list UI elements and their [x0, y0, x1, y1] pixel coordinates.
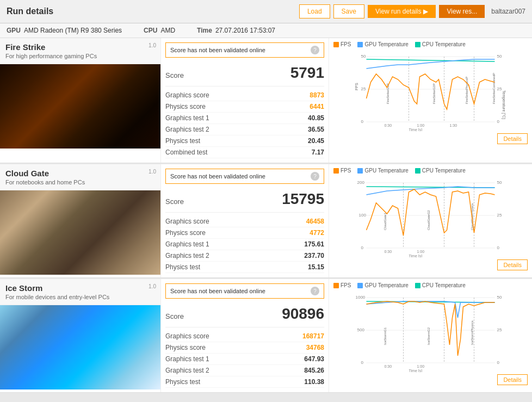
fps-label: FPS — [341, 282, 351, 288]
bench-version: 1.0 — [149, 283, 156, 289]
bench-title-area: Cloud Gate 1.0 For notebooks and home PC… — [0, 164, 160, 190]
svg-text:Temperature [°C]: Temperature [°C] — [502, 90, 506, 119]
score-value: 90896 — [282, 305, 324, 323]
validation-text: Score has not been validated online — [170, 288, 265, 294]
chart-details-area: Details — [333, 131, 528, 144]
chart-legend: FPS GPU Temperature CPU Temperature — [333, 168, 528, 174]
time-info: Time 27.07.2016 17:53:07 — [197, 27, 275, 34]
bench-version: 1.0 — [149, 169, 156, 175]
fps-color — [333, 283, 339, 288]
details-button[interactable]: Details — [497, 374, 528, 385]
svg-text:0: 0 — [361, 245, 364, 250]
fps-color — [333, 168, 339, 174]
chart-details-area: Details — [333, 257, 528, 270]
svg-text:CloudGate1: CloudGate1 — [383, 212, 387, 230]
cpu-temp-color — [415, 168, 420, 174]
metric-row: Graphics test 2 845.26 — [165, 365, 324, 376]
svg-text:50: 50 — [497, 180, 502, 185]
cpu-info: CPU AMD — [144, 27, 175, 34]
svg-text:IceStormPhysics: IceStormPhysics — [471, 320, 474, 345]
svg-text:50: 50 — [497, 54, 502, 59]
metric-value: 237.70 — [304, 252, 324, 259]
metric-label: Combined test — [165, 149, 207, 156]
metric-row: Physics test 20.45 — [165, 135, 324, 147]
svg-text:50: 50 — [497, 295, 502, 300]
metric-label: Physics score — [165, 103, 206, 110]
score-row: Score 5791 — [165, 62, 324, 86]
gpu-temp-color — [357, 283, 363, 288]
gpu-temp-color — [357, 42, 363, 47]
page-title: Run details — [7, 7, 53, 16]
help-icon[interactable]: ? — [311, 172, 319, 181]
gpu-temp-label: GPU Temperature — [364, 168, 408, 174]
metric-label: Graphics test 2 — [165, 126, 209, 133]
benchmark-left: Ice Storm 1.0 For mobile devices and ent… — [0, 279, 160, 392]
svg-text:0: 0 — [497, 245, 500, 250]
chart-area: 200 100 0 50 25 0 CloudGate1 CloudGateG2… — [333, 176, 528, 257]
validation-bar: Score has not been validated online ? — [165, 169, 324, 184]
metric-label: Physics score — [165, 344, 206, 351]
gpu-info: GPU AMD Radeon (TM) R9 380 Series — [7, 27, 122, 34]
metric-label: Physics test — [165, 378, 200, 386]
metric-label: Graphics test 1 — [165, 355, 209, 363]
username-label: baltazar007 — [491, 8, 525, 15]
metric-row: Graphics test 2 237.70 — [165, 250, 324, 262]
svg-text:25: 25 — [497, 86, 502, 91]
metric-value: 110.38 — [304, 378, 324, 386]
details-button[interactable]: Details — [497, 133, 528, 144]
metric-label: Physics score — [165, 229, 206, 237]
metric-value: 168717 — [302, 332, 324, 340]
svg-text:IceStormG1: IceStormG1 — [383, 327, 387, 345]
load-button[interactable]: Load — [299, 4, 330, 18]
benchmark-right: FPS GPU Temperature CPU Temperature 200 … — [329, 164, 532, 277]
svg-text:FireStrikePhysicsP: FireStrikePhysicsP — [465, 77, 468, 104]
bench-name: Cloud Gate — [5, 169, 49, 178]
view-results-button[interactable]: View res... — [439, 5, 485, 18]
metric-value: 34768 — [306, 344, 324, 351]
cloud-gate-chart: 200 100 0 50 25 0 CloudGate1 CloudGateG2… — [333, 176, 528, 257]
bench-version: 1.0 — [149, 42, 156, 48]
validation-text: Score has not been validated online — [170, 173, 265, 180]
help-icon[interactable]: ? — [311, 287, 319, 295]
bench-image — [0, 190, 160, 275]
svg-text:200: 200 — [357, 180, 365, 185]
score-label: Score — [165, 197, 184, 206]
metric-value: 46458 — [306, 218, 324, 225]
save-button[interactable]: Save — [333, 4, 364, 18]
svg-text:50: 50 — [361, 54, 366, 59]
svg-text:500: 500 — [357, 327, 365, 332]
view-run-details-button[interactable]: View run details ▶ — [368, 5, 436, 18]
metric-value: 15.15 — [308, 263, 324, 271]
bench-title-area: Ice Storm 1.0 For mobile devices and ent… — [0, 279, 160, 305]
cpu-temp-legend: CPU Temperature — [415, 282, 466, 288]
fps-label: FPS — [341, 41, 351, 47]
gpu-temp-legend: GPU Temperature — [357, 168, 408, 174]
details-button[interactable]: Details — [497, 259, 528, 270]
svg-text:1:00: 1:00 — [417, 364, 425, 368]
benchmark-row: Cloud Gate 1.0 For notebooks and home PC… — [0, 164, 532, 278]
svg-text:25: 25 — [497, 327, 502, 332]
fire-strike-chart: 50 25 0 50 25 0 FPS Temperature [°C] Fir… — [333, 50, 528, 131]
metric-label: Graphics test 2 — [165, 252, 209, 259]
header-actions: Load Save View run details ▶ View res...… — [299, 4, 525, 18]
bench-name: Ice Storm — [5, 283, 42, 293]
metric-row: Physics score 34768 — [165, 342, 324, 354]
cpu-temp-label: CPU Temperature — [422, 282, 466, 288]
metric-value: 4772 — [310, 229, 324, 237]
svg-text:CloudGateG2: CloudGateG2 — [427, 210, 430, 230]
metric-label: Graphics test 1 — [165, 114, 209, 122]
benchmark-row: Ice Storm 1.0 For mobile devices and ent… — [0, 279, 532, 393]
chart-area: 1000 500 0 50 25 0 IceStormG1 IceStormG2… — [333, 290, 528, 372]
help-icon[interactable]: ? — [311, 46, 319, 54]
validation-text: Score has not been validated online — [170, 47, 265, 53]
info-bar: GPU AMD Radeon (TM) R9 380 Series CPU AM… — [0, 23, 532, 38]
svg-text:0:30: 0:30 — [385, 123, 392, 127]
bench-subtitle: For mobile devices and entry-level PCs — [5, 294, 155, 300]
cpu-temp-legend: CPU Temperature — [415, 168, 466, 174]
bench-name: Fire Strike — [5, 42, 45, 52]
validation-bar: Score has not been validated online ? — [165, 42, 324, 58]
metric-row: Graphics test 1 175.61 — [165, 239, 324, 250]
svg-text:FireStrikeG2P: FireStrikeG2P — [432, 83, 436, 104]
svg-text:0: 0 — [497, 360, 500, 365]
metric-label: Graphics score — [165, 332, 209, 340]
